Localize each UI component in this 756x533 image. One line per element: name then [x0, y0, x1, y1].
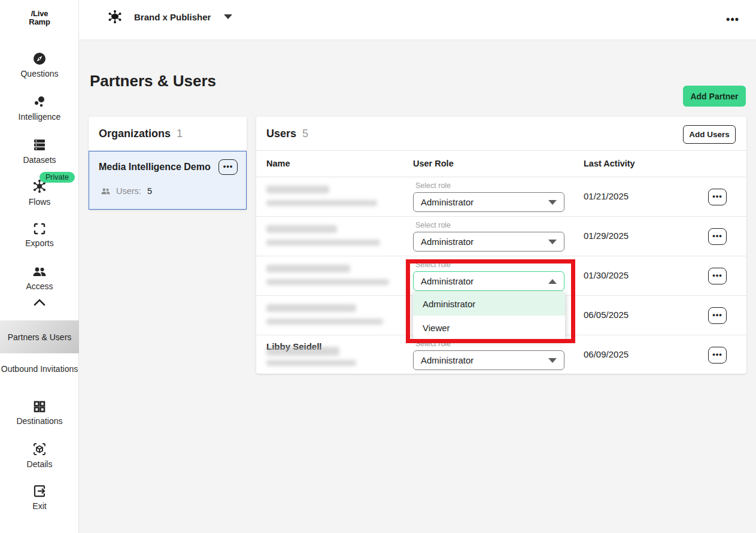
cube-scan-icon [0, 442, 79, 456]
select-role-label: Select role [415, 261, 451, 269]
table-row: Select role Administrator 01/21/2025 ••• [256, 177, 746, 217]
list-rows-icon [0, 138, 79, 152]
redacted-user-email [266, 279, 389, 285]
logo-line2: Ramp [29, 17, 50, 26]
row-menu-button[interactable]: ••• [708, 307, 727, 324]
organization-users-count: Users: 5 [100, 186, 152, 196]
role-dropdown-menu: Administrator Viewer [413, 292, 565, 340]
table-row: Libby Seidell Select role Administrator … [256, 335, 746, 375]
sidebar-item-partners-users[interactable]: Partners & Users [0, 320, 79, 353]
sidebar-item-details[interactable]: Details [0, 442, 79, 470]
chevron-up-icon [548, 279, 557, 284]
compass-icon [0, 52, 79, 66]
row-menu-button[interactable]: ••• [708, 228, 727, 245]
select-role-label: Select role [415, 181, 451, 190]
dropdown-option-viewer[interactable]: Viewer [413, 316, 565, 340]
grid-icon [0, 400, 79, 413]
role-select[interactable]: Administrator [413, 192, 564, 212]
redacted-user-name [266, 265, 350, 272]
users-panel: Users 5 Add Users Name User Role Last Ac… [256, 117, 746, 374]
sidebar-item-flows[interactable]: Flows [0, 178, 79, 208]
sidebar-item-label: Questions [0, 69, 79, 80]
private-badge: Private [40, 172, 75, 183]
organizations-panel: Organizations 1 Media Intelligence Demo … [89, 117, 247, 210]
people-icon [0, 265, 79, 278]
page-title: Partners & Users [90, 72, 216, 90]
table-row: Select role Administrator 01/29/2025 ••• [256, 217, 746, 256]
sidebar-item-label: Intelligence [0, 112, 79, 123]
role-select-value: Administrator [421, 237, 473, 247]
redacted-user-name [266, 225, 337, 233]
sidebar-item-label: Outbound Invitations [1, 364, 78, 374]
organizations-title: Organizations [99, 128, 171, 140]
sidebar-item-label: Details [0, 459, 79, 470]
workspace-name: Brand x Publisher [134, 12, 211, 22]
redacted-user-email [266, 319, 383, 325]
role-select-value: Administrator [421, 355, 473, 365]
dropdown-option-administrator[interactable]: Administrator [413, 292, 565, 316]
column-header-last-activity: Last Activity [584, 159, 635, 168]
chevron-down-icon [224, 14, 232, 19]
organization-menu-button[interactable]: ••• [218, 159, 238, 175]
liveramp-logo: /Live Ramp [0, 10, 79, 27]
sidebar-item-label: Flows [0, 197, 79, 208]
column-header-user-role: User Role [413, 159, 454, 168]
redacted-user-email [266, 360, 356, 366]
redacted-user-email [266, 240, 380, 246]
app-root: /Live Ramp Questions Intelligence [0, 0, 756, 533]
sidebar-item-intelligence[interactable]: Intelligence [0, 95, 79, 123]
add-users-button[interactable]: Add Users [683, 125, 736, 144]
table-row: Select role Administrator 01/30/2025 ••• [256, 256, 746, 296]
redacted-user-name [266, 186, 329, 193]
users-panel-header: Users 5 [256, 117, 746, 151]
column-header-name: Name [266, 159, 290, 168]
organizations-panel-header: Organizations 1 [89, 117, 247, 151]
overflow-menu-button[interactable]: ••• [726, 13, 739, 26]
cluster-icon [107, 8, 123, 25]
role-select-value: Administrator [421, 276, 473, 286]
role-select[interactable]: Administrator [413, 232, 564, 252]
collapse-chevron-up-icon[interactable] [0, 298, 79, 307]
chevron-down-icon [548, 240, 557, 244]
last-activity-value: 01/30/2025 [584, 270, 629, 280]
scatter-dots-icon [0, 95, 79, 109]
last-activity-value: 01/21/2025 [584, 191, 629, 201]
workspace-switcher[interactable]: Brand x Publisher [107, 8, 232, 25]
last-activity-value: 06/05/2025 [584, 310, 629, 320]
sidebar-item-label: Partners & Users [8, 332, 72, 342]
sidebar-item-access[interactable]: Access [0, 265, 79, 292]
sidebar-item-outbound-invitations[interactable]: Outbound Invitations [0, 364, 79, 375]
role-select[interactable]: Administrator [413, 350, 564, 370]
people-small-icon [100, 187, 111, 196]
select-role-label: Select role [415, 340, 451, 348]
users-title: Users [266, 128, 296, 140]
logo-line1: /Live [31, 9, 48, 18]
redacted-user-name [266, 304, 356, 312]
sidebar-item-exports[interactable]: Exports [0, 222, 79, 249]
sidebar-item-label: Destinations [0, 416, 79, 427]
crop-free-icon [0, 222, 79, 235]
sidebar-item-label: Exports [0, 238, 79, 249]
sidebar-item-exit[interactable]: Exit [0, 484, 79, 512]
row-menu-button[interactable]: ••• [708, 347, 727, 364]
sidebar-item-destinations[interactable]: Destinations [0, 400, 79, 427]
chevron-down-icon [548, 358, 557, 363]
row-menu-button[interactable]: ••• [708, 189, 727, 205]
organizations-count: 1 [177, 128, 183, 140]
sidebar-item-datasets[interactable]: Datasets [0, 138, 79, 166]
sidebar-item-label: Access [0, 281, 79, 292]
add-partner-button[interactable]: Add Partner [683, 86, 746, 107]
row-menu-button[interactable]: ••• [708, 268, 727, 284]
sidebar: /Live Ramp Questions Intelligence [0, 0, 79, 533]
organization-card[interactable]: Media Intelligence Demo ••• Users: 5 [89, 151, 247, 210]
organization-name: Media Intelligence Demo [99, 162, 211, 172]
sidebar-item-label: Datasets [0, 155, 79, 166]
sidebar-item-questions[interactable]: Questions [0, 52, 79, 80]
role-select-open[interactable]: Administrator [413, 271, 564, 291]
exit-icon [0, 484, 79, 498]
top-bar: Brand x Publisher ••• [79, 0, 756, 40]
select-role-label: Select role [415, 221, 451, 229]
last-activity-value: 01/29/2025 [584, 231, 629, 241]
users-table-header: Name User Role Last Activity [256, 152, 746, 177]
chevron-down-icon [548, 200, 557, 205]
